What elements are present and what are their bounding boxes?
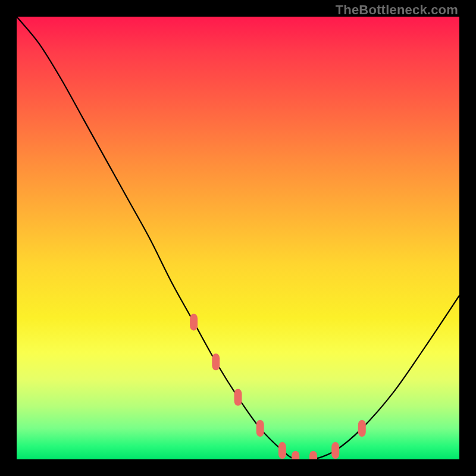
- curve-marker: [278, 442, 286, 459]
- watermark-text: TheBottleneck.com: [336, 2, 458, 18]
- curve-marker: [256, 420, 264, 437]
- curve-marker: [331, 442, 339, 459]
- curve-marker: [292, 451, 299, 459]
- chart-frame: TheBottleneck.com: [0, 0, 476, 476]
- curve-marker: [190, 314, 198, 330]
- curve-marker: [309, 451, 317, 459]
- curve-marker: [212, 353, 220, 370]
- marker-group: [190, 314, 366, 459]
- curve-marker: [234, 389, 242, 406]
- plot-area: [17, 17, 459, 459]
- curve-marker: [358, 420, 366, 437]
- bottleneck-curve-svg: [17, 17, 459, 459]
